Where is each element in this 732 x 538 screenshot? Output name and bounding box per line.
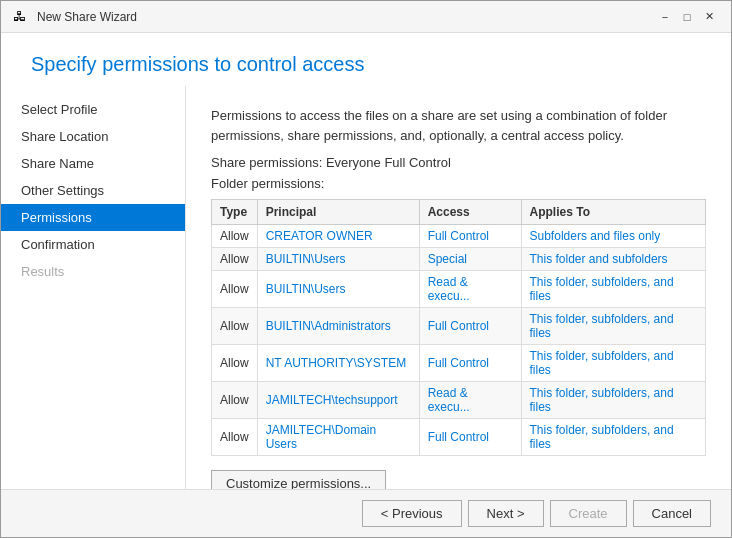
minimize-button[interactable]: −: [655, 7, 675, 27]
sidebar-item-permissions[interactable]: Permissions: [1, 204, 185, 231]
cell-access: Read & execu...: [419, 271, 521, 308]
cell-applies-to: This folder, subfolders, and files: [521, 382, 705, 419]
table-row[interactable]: AllowBUILTIN\UsersSpecialThis folder and…: [212, 248, 706, 271]
title-bar-controls: − □ ✕: [655, 7, 719, 27]
cell-applies-to: This folder, subfolders, and files: [521, 271, 705, 308]
table-row[interactable]: AllowCREATOR OWNERFull ControlSubfolders…: [212, 225, 706, 248]
cell-applies-to: Subfolders and files only: [521, 225, 705, 248]
cell-principal: BUILTIN\Administrators: [257, 308, 419, 345]
title-bar: 🖧 New Share Wizard − □ ✕: [1, 1, 731, 33]
table-row[interactable]: AllowJAMILTECH\Domain UsersFull ControlT…: [212, 419, 706, 456]
folder-permissions-label: Folder permissions:: [211, 176, 706, 191]
create-button: Create: [550, 500, 627, 527]
header-section: Specify permissions to control access: [1, 33, 731, 86]
description-text: Permissions to access the files on a sha…: [211, 106, 706, 145]
window-icon: 🖧: [13, 9, 29, 25]
footer: < Previous Next > Create Cancel: [1, 489, 731, 537]
cell-type: Allow: [212, 419, 258, 456]
cell-principal: JAMILTECH\Domain Users: [257, 419, 419, 456]
col-header-type: Type: [212, 200, 258, 225]
page-title: Specify permissions to control access: [31, 53, 701, 76]
sidebar-item-results: Results: [1, 258, 185, 285]
cell-principal: JAMILTECH\techsupport: [257, 382, 419, 419]
cell-principal: NT AUTHORITY\SYSTEM: [257, 345, 419, 382]
table-row[interactable]: AllowJAMILTECH\techsupportRead & execu..…: [212, 382, 706, 419]
sidebar: Select Profile Share Location Share Name…: [1, 86, 186, 489]
cell-type: Allow: [212, 248, 258, 271]
sidebar-item-other-settings[interactable]: Other Settings: [1, 177, 185, 204]
cell-access: Full Control: [419, 419, 521, 456]
cell-access: Full Control: [419, 308, 521, 345]
cell-applies-to: This folder, subfolders, and files: [521, 308, 705, 345]
maximize-button[interactable]: □: [677, 7, 697, 27]
cell-access: Full Control: [419, 225, 521, 248]
table-row[interactable]: AllowBUILTIN\AdministratorsFull ControlT…: [212, 308, 706, 345]
cell-access: Full Control: [419, 345, 521, 382]
permissions-table: Type Principal Access Applies To AllowCR…: [211, 199, 706, 456]
cell-principal: CREATOR OWNER: [257, 225, 419, 248]
sidebar-item-confirmation[interactable]: Confirmation: [1, 231, 185, 258]
cell-type: Allow: [212, 225, 258, 248]
cell-applies-to: This folder, subfolders, and files: [521, 345, 705, 382]
share-permissions-label: Share permissions: Everyone Full Control: [211, 155, 706, 170]
next-button[interactable]: Next >: [468, 500, 544, 527]
main-layout: Select Profile Share Location Share Name…: [1, 86, 731, 489]
close-button[interactable]: ✕: [699, 7, 719, 27]
window-title: New Share Wizard: [37, 10, 647, 24]
table-row[interactable]: AllowNT AUTHORITY\SYSTEMFull ControlThis…: [212, 345, 706, 382]
cell-principal: BUILTIN\Users: [257, 248, 419, 271]
content-area: Specify permissions to control access Se…: [1, 33, 731, 489]
sidebar-item-select-profile[interactable]: Select Profile: [1, 96, 185, 123]
main-content: Permissions to access the files on a sha…: [186, 86, 731, 489]
sidebar-item-share-location[interactable]: Share Location: [1, 123, 185, 150]
wizard-window: 🖧 New Share Wizard − □ ✕ Specify permiss…: [0, 0, 732, 538]
previous-button[interactable]: < Previous: [362, 500, 462, 527]
col-header-principal: Principal: [257, 200, 419, 225]
cell-applies-to: This folder and subfolders: [521, 248, 705, 271]
cancel-button[interactable]: Cancel: [633, 500, 711, 527]
cell-type: Allow: [212, 345, 258, 382]
cell-access: Special: [419, 248, 521, 271]
cell-type: Allow: [212, 382, 258, 419]
cell-type: Allow: [212, 271, 258, 308]
table-row[interactable]: AllowBUILTIN\UsersRead & execu...This fo…: [212, 271, 706, 308]
cell-applies-to: This folder, subfolders, and files: [521, 419, 705, 456]
cell-access: Read & execu...: [419, 382, 521, 419]
col-header-applies-to: Applies To: [521, 200, 705, 225]
sidebar-item-share-name[interactable]: Share Name: [1, 150, 185, 177]
cell-principal: BUILTIN\Users: [257, 271, 419, 308]
cell-type: Allow: [212, 308, 258, 345]
customize-permissions-button[interactable]: Customize permissions...: [211, 470, 386, 489]
col-header-access: Access: [419, 200, 521, 225]
